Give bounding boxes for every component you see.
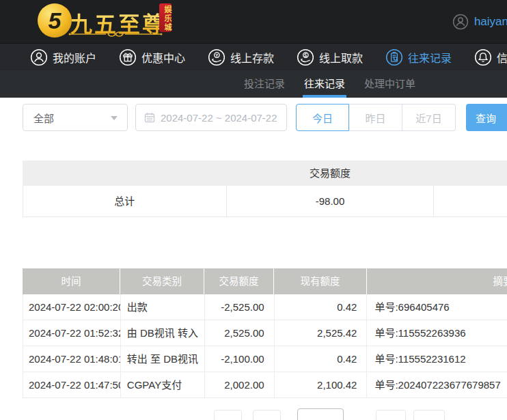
user-account[interactable]: haiyan [452, 0, 507, 43]
nav-label: 线上存款 [230, 49, 274, 66]
summary-total-row: 总计 -98.00 [23, 186, 507, 217]
cell-summary: 单号:115552231612 [367, 346, 507, 372]
table-row: 2024-07-22 01:47:50 CGPAY支付 2,002.00 2,1… [23, 372, 507, 398]
brand-badge: 娱乐城 [159, 3, 172, 32]
summary-header-row: 交易额度 [23, 160, 507, 186]
nav-label: 往来记录 [408, 49, 452, 66]
cell-balance: 0.42 [275, 346, 368, 372]
pagination-last-button[interactable] [413, 410, 445, 420]
cell-amount: 2,525.00 [205, 320, 275, 346]
nav-label: 信息 [497, 49, 507, 66]
col-summary: 摘要 [367, 268, 507, 294]
nav-label: 优惠中心 [141, 49, 185, 66]
cell-balance: 0.42 [275, 294, 368, 320]
cell-summary: 单号:696405476 [367, 294, 507, 320]
nav-item-withdraw[interactable]: 线上取款 [297, 48, 363, 66]
pagination-next-button[interactable] [376, 410, 406, 420]
bell-icon [474, 48, 492, 66]
nav-item-transaction-records[interactable]: 往来记录 [385, 48, 452, 66]
cell-balance: 2,100.42 [275, 372, 368, 397]
type-select[interactable]: 全部 [23, 104, 128, 131]
cell-type: 出款 [121, 294, 205, 320]
date-range-value: 2024-07-22 ~ 2024-07-22 [161, 112, 277, 124]
withdraw-coin-icon [297, 48, 314, 66]
summary-table: 交易额度 总计 -98.00 [23, 160, 507, 217]
col-type: 交易类别 [120, 268, 204, 294]
nav-item-my-account[interactable]: 我的账户 [30, 48, 96, 66]
cell-summary: 单号:115552263936 [367, 320, 507, 346]
cell-type: 转出 至 DB视讯 [121, 346, 205, 372]
table-row: 2024-07-22 02:00:20 出款 -2,525.00 0.42 单号… [23, 294, 507, 320]
gift-icon [119, 48, 137, 66]
brand-logo-icon[interactable]: 5 [38, 3, 72, 38]
records-clipboard-icon [385, 48, 403, 66]
chevron-down-icon [111, 116, 118, 120]
summary-header-empty [434, 160, 507, 186]
today-button[interactable]: 今日 [296, 104, 349, 131]
avatar-icon [452, 14, 469, 30]
table-row: 2024-07-22 01:48:01 转出 至 DB视讯 -2,100.00 … [23, 346, 507, 372]
logo-mark: 5 [49, 9, 61, 32]
deposit-coin-icon [208, 48, 225, 66]
tab-transaction-records[interactable]: 往来记录 [304, 70, 345, 98]
username: haiyan [474, 15, 507, 29]
nav-item-messages[interactable]: 信息 [474, 48, 507, 66]
pagination-prev-button[interactable] [253, 410, 281, 420]
cell-amount: -2,100.00 [205, 346, 275, 372]
cell-time: 2024-07-22 01:47:50 [23, 372, 121, 397]
flourish-ornament-icon [68, 31, 163, 38]
nav-label: 线上取款 [319, 49, 363, 66]
summary-total-empty [434, 186, 507, 216]
sub-tabs: 投注记录 往来记录 处理中订单 [244, 70, 415, 98]
top-header: 5 九五至尊 娱乐城 haiyan [0, 0, 507, 43]
sub-nav: 投注记录 往来记录 处理中订单 [0, 70, 507, 98]
calendar-icon [144, 112, 155, 123]
nav-label: 我的账户 [53, 49, 96, 66]
records-header-row: 时间 交易类别 交易额度 现有额度 摘要 [23, 268, 507, 294]
nav-item-promotions[interactable]: 优惠中心 [119, 48, 185, 66]
cell-type: CGPAY支付 [121, 372, 205, 397]
main-nav: 我的账户 优惠中心 线上存款 [0, 43, 507, 70]
summary-header-empty [23, 160, 226, 186]
pagination-first-button[interactable] [214, 410, 242, 420]
filter-bar: 全部 2024-07-22 ~ 2024-07-22 今日 昨日 近7日 查询 [0, 104, 507, 131]
cell-time: 2024-07-22 02:00:20 [23, 294, 121, 320]
cell-type: 由 DB视讯 转入 [121, 320, 205, 346]
cell-time: 2024-07-22 01:48:01 [23, 346, 121, 372]
cell-summary: 单号:202407223677679857 [367, 372, 507, 397]
search-button[interactable]: 查询 [466, 104, 507, 131]
col-balance: 现有额度 [274, 268, 367, 294]
date-range-input[interactable]: 2024-07-22 ~ 2024-07-22 [135, 104, 287, 131]
cell-time: 2024-07-22 01:52:32 [23, 320, 121, 346]
last7days-button[interactable]: 近7日 [402, 104, 456, 131]
summary-total-label: 总计 [23, 186, 227, 216]
records-table: 时间 交易类别 交易额度 现有额度 摘要 2024-07-22 02:00:20… [23, 268, 507, 398]
col-time: 时间 [23, 268, 120, 294]
yesterday-button[interactable]: 昨日 [349, 104, 402, 131]
type-select-value: 全部 [33, 111, 54, 125]
page: 5 九五至尊 娱乐城 haiyan 我的账户 [0, 0, 507, 420]
cell-amount: 2,002.00 [205, 372, 275, 397]
tab-betting-records[interactable]: 投注记录 [244, 70, 285, 98]
quick-date-group: 今日 昨日 近7日 [296, 104, 456, 131]
summary-header-amount: 交易额度 [226, 160, 434, 186]
cell-balance: 2,525.42 [275, 320, 368, 346]
nav-item-deposit[interactable]: 线上存款 [208, 48, 274, 66]
tab-processing-orders[interactable]: 处理中订单 [364, 70, 415, 98]
table-row: 2024-07-22 01:52:32 由 DB视讯 转入 2,525.00 2… [23, 320, 507, 346]
col-amount: 交易额度 [204, 268, 274, 294]
user-circle-icon [30, 48, 48, 66]
summary-total-value: -98.00 [227, 186, 435, 216]
pagination-page-select[interactable] [297, 408, 344, 420]
cell-amount: -2,525.00 [205, 294, 275, 320]
